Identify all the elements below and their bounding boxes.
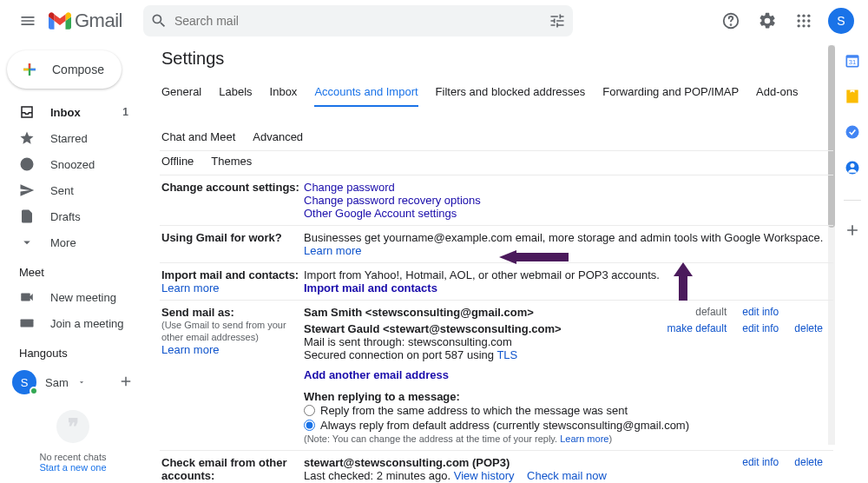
sidebar-item-inbox[interactable]: Inbox 1: [0, 99, 146, 125]
svg-point-7: [807, 19, 810, 22]
link-learn-more[interactable]: Learn more: [560, 433, 608, 444]
tab-chat-meet[interactable]: Chat and Meet: [161, 124, 235, 150]
search-bar[interactable]: [143, 5, 573, 36]
link-recovery-options[interactable]: Change password recovery options: [304, 194, 832, 207]
tasks-addon-icon[interactable]: [844, 123, 861, 143]
tab-addons[interactable]: Add-ons: [756, 79, 798, 107]
link-check-mail-now[interactable]: Check mail now: [527, 469, 607, 482]
sidebar-item-label: Inbox: [50, 106, 107, 119]
annotation-arrow-left: [499, 250, 569, 264]
sidebar-item-label: New meeting: [50, 291, 146, 304]
tab-advanced[interactable]: Advanced: [253, 124, 303, 150]
header: Gmail S: [0, 0, 868, 42]
svg-rect-11: [21, 320, 34, 328]
link-edit-info[interactable]: edit info: [742, 456, 779, 468]
account-avatar[interactable]: S: [828, 8, 854, 34]
link-learn-more[interactable]: Learn more: [304, 244, 361, 257]
tab-themes[interactable]: Themes: [211, 155, 252, 168]
search-icon: [150, 12, 168, 30]
settings-button[interactable]: [752, 5, 783, 36]
row-sublabel: (Use Gmail to send from your other email…: [161, 319, 304, 343]
note-close: ): [608, 433, 612, 444]
svg-point-9: [802, 24, 805, 27]
link-add-another-email[interactable]: Add another email address: [304, 368, 832, 381]
sidebar-item-drafts[interactable]: Drafts: [0, 203, 146, 229]
link-view-history[interactable]: View history: [454, 469, 515, 482]
meet-new-meeting[interactable]: New meeting: [0, 284, 146, 310]
svg-point-3: [802, 15, 805, 17]
hangouts-new-button[interactable]: [118, 374, 134, 392]
svg-point-5: [798, 19, 800, 22]
sidebar-item-sent[interactable]: Sent: [0, 177, 146, 203]
apps-icon: [795, 12, 812, 30]
sidebar-item-label: Join a meeting: [50, 317, 146, 330]
plus-icon: [844, 222, 861, 239]
gmail-logo[interactable]: Gmail: [49, 10, 122, 32]
mail-through-text: Mail is sent through: stewsconsulting.co…: [304, 335, 667, 348]
link-delete[interactable]: delete: [794, 456, 823, 468]
radio-reply-default[interactable]: Always reply from default address (curre…: [304, 418, 832, 433]
keep-addon-icon[interactable]: [844, 88, 861, 108]
link-import-mail[interactable]: Import mail and contacts: [304, 281, 832, 294]
link-change-password[interactable]: Change password: [304, 181, 832, 194]
link-learn-more[interactable]: Learn more: [161, 343, 304, 356]
help-button[interactable]: [715, 5, 746, 36]
compose-button[interactable]: Compose: [7, 50, 122, 89]
link-edit-info[interactable]: edit info: [742, 306, 779, 318]
tab-general[interactable]: General: [161, 79, 201, 107]
radio-reply-same[interactable]: Reply from the same address to which the…: [304, 403, 832, 418]
default-label: default: [695, 306, 727, 318]
svg-point-6: [802, 19, 805, 22]
sidebar-item-more[interactable]: More: [0, 229, 146, 255]
hangouts-user-row[interactable]: S Sam: [0, 365, 146, 394]
tab-labels[interactable]: Labels: [219, 79, 252, 107]
link-delete[interactable]: delete: [794, 322, 823, 334]
sidebar-item-snoozed[interactable]: Snoozed: [0, 151, 146, 177]
row-label: Check email from other accounts:: [161, 456, 304, 482]
link-make-default[interactable]: make default: [667, 322, 727, 334]
tab-accounts-import[interactable]: Accounts and Import: [314, 79, 418, 107]
radio-label: Always reply from default address (curre…: [320, 419, 689, 432]
address-primary: Sam Smith <stewsconsulting@gmail.com>: [304, 306, 534, 319]
tab-inbox[interactable]: Inbox: [270, 79, 298, 107]
clock-icon: [19, 156, 35, 172]
meet-header: Meet: [0, 255, 146, 284]
sidebar-item-label: More: [50, 236, 146, 249]
meet-join-meeting[interactable]: Join a meeting: [0, 310, 146, 336]
avatar-initial: S: [21, 376, 29, 389]
caret-down-icon[interactable]: [77, 378, 86, 387]
main-content: Settings General Labels Inbox Accounts a…: [160, 42, 833, 483]
tab-filters[interactable]: Filters and blocked addresses: [436, 79, 586, 107]
status-dot: [30, 387, 38, 395]
row-label: Send mail as:: [161, 306, 304, 319]
svg-point-10: [807, 24, 810, 27]
svg-point-2: [798, 15, 800, 17]
link-edit-info[interactable]: edit info: [742, 322, 779, 334]
tune-icon[interactable]: [549, 12, 566, 30]
svg-rect-15: [846, 90, 858, 103]
get-addons-button[interactable]: [844, 222, 861, 242]
svg-point-18: [851, 163, 855, 168]
hamburger-menu-button[interactable]: [7, 0, 49, 42]
link-learn-more[interactable]: Learn more: [161, 281, 304, 294]
inbox-icon: [19, 104, 35, 120]
divider: [844, 200, 861, 201]
svg-point-4: [807, 15, 810, 17]
work-text: Businesses get yourname@example.com emai…: [304, 231, 823, 244]
tab-forwarding[interactable]: Forwarding and POP/IMAP: [602, 79, 739, 107]
menu-icon: [19, 12, 36, 30]
gmail-logo-text: Gmail: [75, 10, 122, 32]
search-input[interactable]: [168, 14, 549, 28]
chevron-down-icon: [19, 235, 35, 250]
sidebar-item-starred[interactable]: Starred: [0, 125, 146, 151]
tab-offline[interactable]: Offline: [161, 155, 194, 168]
row-check-email: Check email from other accounts: Learn m…: [160, 451, 833, 483]
start-new-chat-link[interactable]: Start a new one: [0, 462, 146, 473]
contacts-addon-icon[interactable]: [844, 159, 861, 179]
calendar-addon-icon[interactable]: 31: [844, 52, 861, 72]
link-tls[interactable]: TLS: [496, 348, 517, 361]
sidebar-item-label: Sent: [50, 184, 146, 197]
pop3-address: stewart@stewsconsulting.com (POP3): [304, 456, 510, 469]
link-other-google-settings[interactable]: Other Google Account settings: [304, 207, 832, 220]
apps-button[interactable]: [788, 5, 819, 36]
